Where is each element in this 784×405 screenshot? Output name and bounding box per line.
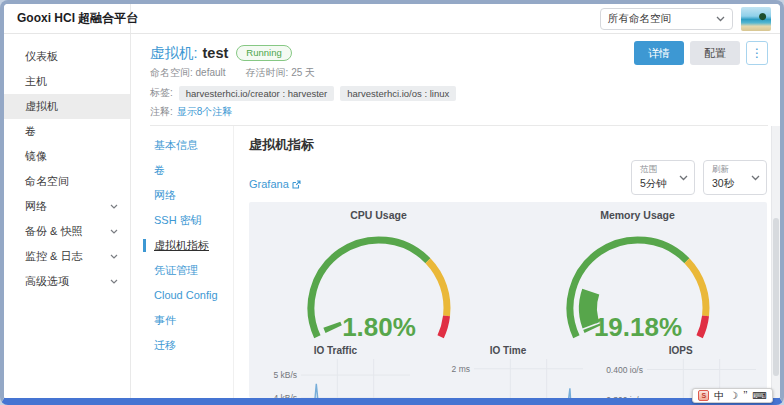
metrics-content: 虚拟机指标 Grafana 范围 5分钟 bbox=[234, 126, 771, 398]
sidebar-item-label: 虚拟机 bbox=[25, 99, 58, 114]
io-time-chart: IO Time2 ms1.50 ms1 ms bbox=[422, 345, 595, 398]
chart-title: IO Traffic bbox=[314, 345, 357, 357]
sidebar-item-hosts[interactable]: 主机 bbox=[4, 69, 130, 94]
y-axis-tick-label: 0.400 io/s bbox=[606, 365, 643, 375]
annotations-row: 注释: 显示8个注释 bbox=[150, 105, 768, 118]
annotations-label: 注释: bbox=[150, 105, 173, 118]
meta-item: 命名空间: default bbox=[150, 66, 226, 79]
sidebar-item-namespaces[interactable]: 命名空间 bbox=[4, 169, 130, 194]
tags-label: 标签: bbox=[150, 86, 173, 100]
sidebar-item-label: 监控 & 日志 bbox=[25, 249, 82, 264]
chevron-down-icon bbox=[110, 229, 118, 234]
sidebar-item-label: 网络 bbox=[25, 199, 47, 214]
subnav-item-basic-info[interactable]: 基本信息 bbox=[143, 139, 233, 152]
vertical-scrollbar[interactable] bbox=[771, 126, 780, 398]
range-select-label: 范围 bbox=[640, 164, 674, 176]
detail-header: 虚拟机: test Running 详情 配置 ⋮ 命名空间: default存… bbox=[131, 34, 780, 126]
sidebar-item-label: 高级选项 bbox=[25, 274, 69, 289]
chevron-down-icon bbox=[110, 254, 118, 259]
gauge-value: 1.80% bbox=[342, 312, 416, 342]
io-traffic-chart: IO Traffic5 kB/s4 kB/s3 kB/s bbox=[249, 345, 422, 398]
gauge-row: CPU Usage1.80%Memory Usage19.18% bbox=[249, 206, 767, 342]
sidebar-item-label: 命名空间 bbox=[25, 174, 69, 189]
y-axis-tick-label: 4 kB/s bbox=[274, 393, 298, 398]
memory-usage-gauge: Memory Usage19.18% bbox=[508, 206, 767, 342]
resource-type-link[interactable]: 虚拟机: bbox=[150, 44, 198, 63]
area-chart: 5 kB/s4 kB/s3 kB/s bbox=[255, 359, 415, 398]
subnav-item-networks[interactable]: 网络 bbox=[143, 189, 233, 202]
vm-name: test bbox=[203, 45, 229, 61]
sidebar-item-label: 镜像 bbox=[25, 149, 47, 164]
main-area: 虚拟机: test Running 详情 配置 ⋮ 命名空间: default存… bbox=[131, 34, 780, 398]
tags-row: 标签: harvesterhci.io/creator : harvesterh… bbox=[150, 85, 768, 101]
brand-title: Gooxi HCI 超融合平台 bbox=[4, 4, 131, 33]
subnav-item-migration[interactable]: 迁移 bbox=[143, 339, 233, 352]
sidebar-item-advanced[interactable]: 高级选项 bbox=[4, 269, 130, 294]
sidebar-item-virtual-machines[interactable]: 虚拟机 bbox=[4, 94, 130, 119]
chevron-down-icon bbox=[716, 16, 725, 22]
chinese-mode-icon[interactable]: 中 bbox=[714, 390, 724, 402]
y-axis-tick-label: 5 kB/s bbox=[274, 370, 298, 380]
sidebar-item-label: 仪表板 bbox=[25, 49, 58, 64]
more-actions-button[interactable]: ⋮ bbox=[746, 41, 768, 65]
chevron-down-icon bbox=[110, 279, 118, 284]
sidebar-item-dashboard[interactable]: 仪表板 bbox=[4, 44, 130, 69]
chevron-down-icon bbox=[679, 175, 688, 181]
gauge-title: CPU Usage bbox=[350, 209, 407, 222]
range-select[interactable]: 范围 5分钟 bbox=[631, 160, 695, 195]
sidebar-item-images[interactable]: 镜像 bbox=[4, 144, 130, 169]
sidebar-item-label: 备份 & 快照 bbox=[25, 224, 82, 239]
top-navbar: Gooxi HCI 超融合平台 所有命名空间 bbox=[4, 4, 780, 34]
moon-icon[interactable]: ☽ bbox=[729, 390, 738, 402]
refresh-select[interactable]: 刷新 30秒 bbox=[703, 160, 767, 195]
y-axis-tick-label: 2 ms bbox=[452, 364, 470, 374]
sidebar-item-label: 主机 bbox=[25, 74, 47, 89]
sidebar-item-backup-snapshot[interactable]: 备份 & 快照 bbox=[4, 219, 130, 244]
namespace-select[interactable]: 所有命名空间 bbox=[600, 8, 733, 30]
subnav-item-volumes[interactable]: 卷 bbox=[143, 164, 233, 177]
tag-pill: harvesterhci.io/creator : harvester bbox=[179, 86, 335, 101]
gauge-chart: 19.18% bbox=[526, 222, 750, 342]
grafana-link[interactable]: Grafana bbox=[249, 178, 301, 190]
app-window: Gooxi HCI 超融合平台 所有命名空间 仪表板主机虚拟机卷镜像命名空间网络… bbox=[0, 0, 784, 405]
subnav-item-vm-metrics[interactable]: 虚拟机指标 bbox=[143, 239, 233, 252]
page-title: 虚拟机指标 bbox=[249, 136, 767, 154]
subnav-item-credentials[interactable]: 凭证管理 bbox=[143, 264, 233, 277]
chevron-down-icon bbox=[110, 204, 118, 209]
gauge-title: Memory Usage bbox=[600, 209, 675, 222]
avatar[interactable] bbox=[741, 7, 771, 31]
meta-row: 命名空间: default存活时间: 25 天 bbox=[150, 66, 768, 79]
punctuation-icon[interactable]: ’’ bbox=[743, 390, 747, 402]
detail-subnav: 基本信息卷网络SSH 密钥虚拟机指标凭证管理Cloud Config事件迁移 bbox=[131, 126, 234, 398]
grafana-metrics-panel: CPU Usage1.80%Memory Usage19.18% IO Traf… bbox=[249, 202, 767, 398]
chart-title: IO Time bbox=[490, 345, 527, 357]
range-select-value: 5分钟 bbox=[640, 177, 674, 191]
chart-title: IOPS bbox=[669, 345, 693, 357]
chevron-down-icon bbox=[751, 175, 760, 181]
details-button[interactable]: 详情 bbox=[634, 41, 684, 65]
gauge-value: 19.18% bbox=[593, 312, 681, 342]
subnav-item-cloud-config[interactable]: Cloud Config bbox=[143, 289, 233, 302]
scrollbar-thumb[interactable] bbox=[773, 218, 779, 376]
meta-item: 存活时间: 25 天 bbox=[246, 66, 315, 79]
status-badge: Running bbox=[236, 45, 291, 61]
y-axis-tick-label: 0.300 io/s bbox=[606, 395, 643, 399]
sogou-icon[interactable]: S bbox=[698, 390, 709, 401]
refresh-select-value: 30秒 bbox=[712, 177, 746, 191]
show-annotations-link[interactable]: 显示8个注释 bbox=[177, 105, 233, 118]
sidebar-item-networks[interactable]: 网络 bbox=[4, 194, 130, 219]
sidebar-item-volumes[interactable]: 卷 bbox=[4, 119, 130, 144]
subnav-item-events[interactable]: 事件 bbox=[143, 314, 233, 327]
subnav-item-ssh-keys[interactable]: SSH 密钥 bbox=[143, 214, 233, 227]
keyboard-icon[interactable]: ⌨ bbox=[753, 390, 767, 402]
refresh-select-label: 刷新 bbox=[712, 164, 746, 176]
cpu-usage-gauge: CPU Usage1.80% bbox=[249, 206, 508, 342]
namespace-select-value: 所有命名空间 bbox=[608, 12, 671, 26]
ime-toolbar: S中☽’’⌨ bbox=[692, 388, 773, 403]
grafana-link-label: Grafana bbox=[249, 178, 289, 190]
sidebar-item-label: 卷 bbox=[25, 124, 36, 139]
kebab-menu-icon: ⋮ bbox=[751, 46, 763, 60]
sidebar: 仪表板主机虚拟机卷镜像命名空间网络备份 & 快照监控 & 日志高级选项 bbox=[4, 34, 131, 398]
sidebar-item-monitoring-logs[interactable]: 监控 & 日志 bbox=[4, 244, 130, 269]
config-button[interactable]: 配置 bbox=[690, 41, 740, 65]
